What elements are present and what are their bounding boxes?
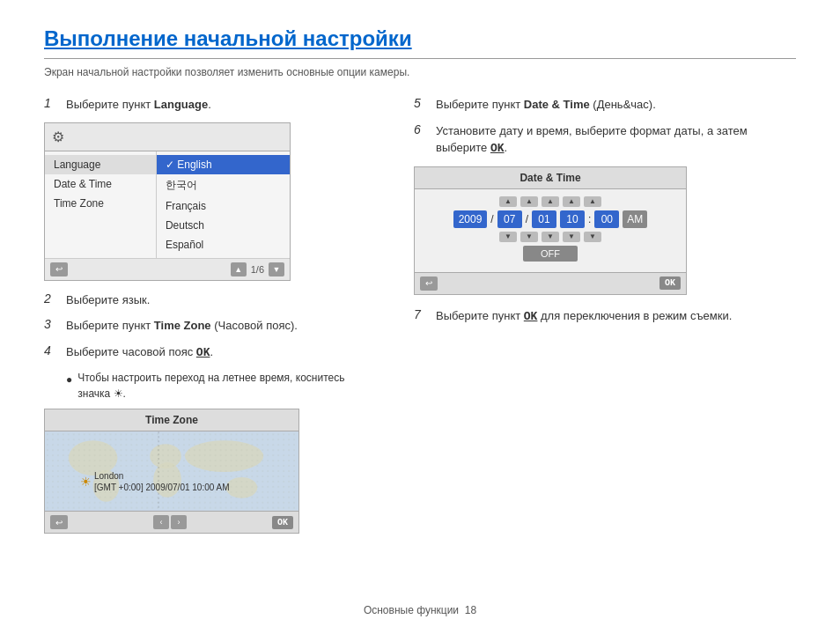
step-1-number: 1 [44,96,62,110]
step-5: 5 Выберите пункт Date & Time (День&час). [414,96,784,114]
bullet-item: ● Чтобы настроить переход на летнее врем… [66,370,379,402]
location-name: London [94,470,230,482]
location-gmt: [GMT +0:00] 2009/07/01 10:00 AM [94,482,230,493]
location-text: London [GMT +0:00] 2009/07/01 10:00 AM [94,470,230,493]
datetime-footer: ↩ OK [415,272,686,294]
step-2-number: 2 [44,291,62,306]
datetime-back-button[interactable]: ↩ [420,276,438,291]
off-btn-row: OFF [424,246,677,262]
page-subtitle: Экран начальной настройки позволяет изме… [44,66,796,78]
menu-nav-buttons: ▲ 1/6 ▼ [231,262,284,276]
hour-field[interactable]: 10 [560,210,585,228]
minute-down-arrow[interactable]: ▼ [584,232,601,242]
timezone-box: Time Zone [44,409,299,534]
step-2: 2 Выберите язык. [44,291,379,309]
left-column: 1 Выберите пункт Language. ⚙ Language Da… [44,96,379,534]
sun-icon: ☀ [80,475,92,489]
location-marker: ☀ London [GMT +0:00] 2009/07/01 10:00 AM [80,470,230,493]
datetime-values-row: 2009 / 07 / 01 10 : 00 AM [424,210,677,228]
menu-left: Language Date & Time Time Zone [45,151,157,258]
page-footer: Основные функции 18 [0,604,840,616]
step-3-text: Выберите пункт Time Zone (Часовой пояс). [66,317,298,335]
step-1-text: Выберите пункт Language. [66,96,211,114]
menu-item-timezone[interactable]: Time Zone [45,194,156,213]
step-1: 1 Выберите пункт Language. [44,96,379,114]
map-background: ☀ London [GMT +0:00] 2009/07/01 10:00 AM [45,431,298,511]
menu-box-body: Language Date & Time Time Zone English 한… [45,151,290,258]
lang-item-german[interactable]: Deutsch [157,216,290,235]
sep2: / [526,213,528,225]
lang-item-french[interactable]: Français [157,196,290,216]
content-columns: 1 Выберите пункт Language. ⚙ Language Da… [44,96,796,534]
step-6-text: Установите дату и время, выберите формат… [436,122,784,158]
datetime-header: Date & Time [415,167,686,189]
timezone-footer: ↩ ‹ › OK [45,511,298,533]
minute-up-arrow[interactable]: ▲ [584,196,601,207]
step-7-number: 7 [414,307,431,321]
month-field[interactable]: 07 [497,210,522,228]
year-down-arrow[interactable]: ▼ [499,232,517,242]
menu-box-header: ⚙ [45,123,290,151]
footer-page: 18 [465,604,476,616]
step-7-text: Выберите пункт OK для переключения в реж… [436,307,732,326]
month-down-arrow[interactable]: ▼ [520,232,538,242]
datetime-ok-button[interactable]: OK [659,276,681,290]
hour-up-arrow[interactable]: ▲ [563,196,580,207]
hour-down-arrow[interactable]: ▼ [563,232,580,242]
step-7: 7 Выберите пункт OK для переключения в р… [414,307,784,326]
lang-item-spanish[interactable]: Español [157,235,290,254]
ampm-field[interactable]: AM [623,210,647,228]
menu-box-footer: ↩ ▲ 1/6 ▼ [45,258,290,280]
minute-field[interactable]: 00 [594,210,619,228]
step-6-number: 6 [414,122,431,136]
timezone-header: Time Zone [45,409,298,431]
menu-nav-down[interactable]: ▼ [269,262,284,276]
menu-right: English 한국어 Français Deutsch Español [157,151,290,258]
sep1: / [490,213,493,225]
footer-text: Основные функции [364,604,459,616]
language-menu-box: ⚙ Language Date & Time Time Zone English… [44,122,291,281]
step-3-number: 3 [44,317,62,331]
datetime-body: ▲ ▲ ▲ ▲ ▲ 2009 / 07 / 01 10 : [415,189,686,272]
step-6: 6 Установите дату и время, выберите форм… [414,122,784,158]
timezone-nav-buttons: ‹ › [153,515,187,529]
step-5-number: 5 [414,96,431,110]
timezone-map: ☀ London [GMT +0:00] 2009/07/01 10:00 AM [45,431,298,511]
arrows-down-row: ▼ ▼ ▼ ▼ ▼ [424,232,677,242]
step-4: 4 Выберите часовой пояс OK. [44,343,379,362]
year-field[interactable]: 2009 [453,210,488,228]
arrows-up-row: ▲ ▲ ▲ ▲ ▲ [424,196,677,207]
year-up-arrow[interactable]: ▲ [499,196,517,207]
step-5-text: Выберите пункт Date & Time (День&час). [436,96,656,114]
page-indicator: 1/6 [251,264,264,275]
menu-item-datetime[interactable]: Date & Time [45,174,156,194]
lang-item-english[interactable]: English [157,155,290,174]
step-4-number: 4 [44,343,62,358]
menu-item-language[interactable]: Language [45,155,156,174]
timezone-back-button[interactable]: ↩ [50,515,68,529]
lang-item-korean[interactable]: 한국어 [157,174,290,196]
datetime-box: Date & Time ▲ ▲ ▲ ▲ ▲ 2009 / 07 [414,166,687,295]
day-up-arrow[interactable]: ▲ [542,196,559,207]
sep4: : [588,213,591,225]
timezone-nav-prev[interactable]: ‹ [153,515,169,529]
bullet-text: Чтобы настроить переход на летнее время,… [77,370,379,402]
page-container: Выполнение начальной настройки Экран нач… [0,0,840,634]
menu-back-button[interactable]: ↩ [50,262,68,276]
page-title: Выполнение начальной настройки [44,26,796,59]
month-up-arrow[interactable]: ▲ [520,196,538,207]
right-column: 5 Выберите пункт Date & Time (День&час).… [414,96,784,534]
gear-icon: ⚙ [52,129,64,145]
timezone-ok-button[interactable]: OK [272,516,293,529]
off-button[interactable]: OFF [523,246,578,262]
step-4-text: Выберите часовой пояс OK. [66,343,213,362]
step-3: 3 Выберите пункт Time Zone (Часовой пояс… [44,317,379,335]
day-field[interactable]: 01 [532,210,556,228]
step-2-text: Выберите язык. [66,291,150,309]
timezone-nav-next[interactable]: › [171,515,187,529]
bullet-dot: ● [66,372,72,387]
menu-nav-up[interactable]: ▲ [231,262,247,276]
day-down-arrow[interactable]: ▼ [542,232,559,242]
